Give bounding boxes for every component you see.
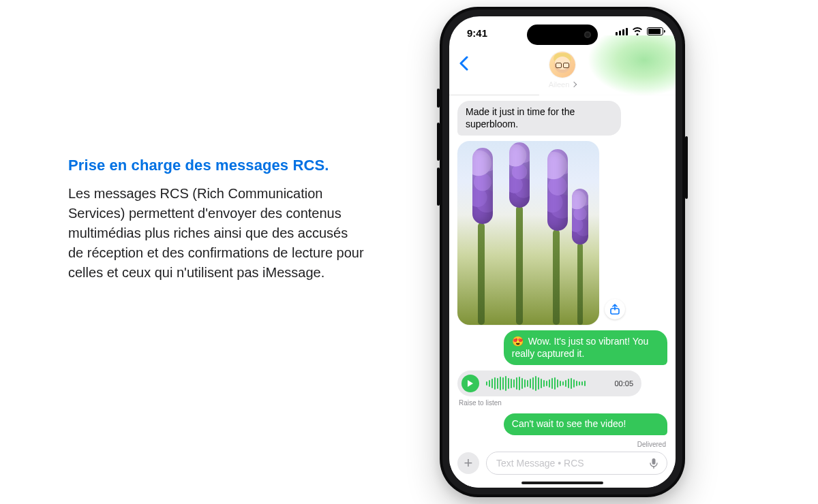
incoming-voice-message[interactable]: 00:05	[457, 371, 641, 396]
phone-volume-up	[437, 123, 440, 161]
copy-body: Les messages RCS (Rich Communication Ser…	[68, 184, 365, 283]
dictate-button[interactable]	[648, 457, 660, 469]
dynamic-island	[527, 25, 598, 45]
conversation-header: Aileen	[449, 49, 676, 95]
incoming-image-attachment[interactable]	[457, 141, 599, 325]
status-time: 9:41	[467, 27, 487, 39]
incoming-message-text: Made it just in time for the superbloom.	[466, 106, 575, 129]
phone-power-button	[685, 136, 688, 199]
svg-rect-1	[652, 458, 656, 464]
heart-eyes-emoji-icon: 😍	[512, 336, 524, 347]
audio-waveform-icon	[486, 376, 607, 391]
phone-mute-switch	[437, 89, 440, 108]
attach-button[interactable]: +	[457, 452, 479, 474]
wifi-icon	[632, 27, 643, 35]
back-button[interactable]	[459, 56, 468, 71]
message-input[interactable]: Text Message • RCS	[486, 452, 667, 475]
share-image-button[interactable]	[605, 299, 625, 319]
phone-mockup: 9:41	[436, 7, 688, 497]
marketing-copy: Prise en charge des messages RCS. Les me…	[68, 157, 365, 283]
message-thread[interactable]: Made it just in time for the superbloom.	[449, 95, 676, 448]
outgoing-message-text: Wow. It's just so vibrant! You really ca…	[512, 336, 649, 359]
phone-volume-down	[437, 168, 440, 206]
outgoing-message-bubble[interactable]: 😍 Wow. It's just so vibrant! You really …	[504, 330, 667, 365]
contact-avatar[interactable]	[549, 52, 575, 78]
phone-screen: 9:41	[449, 16, 676, 488]
cellular-signal-icon	[616, 28, 628, 35]
home-indicator[interactable]	[521, 482, 603, 484]
delivered-label: Delivered	[457, 441, 666, 448]
battery-icon	[647, 27, 663, 35]
raise-to-listen-hint: Raise to listen	[459, 399, 667, 407]
play-button[interactable]	[461, 375, 479, 392]
incoming-message-bubble[interactable]: Made it just in time for the superbloom.	[457, 101, 621, 136]
outgoing-message-text: Can't wait to see the video!	[512, 418, 626, 429]
copy-heading: Prise en charge des messages RCS.	[68, 157, 365, 174]
outgoing-message-bubble[interactable]: Can't wait to see the video!	[504, 413, 667, 435]
message-input-placeholder: Text Message • RCS	[496, 458, 584, 469]
voice-duration: 00:05	[614, 379, 633, 388]
